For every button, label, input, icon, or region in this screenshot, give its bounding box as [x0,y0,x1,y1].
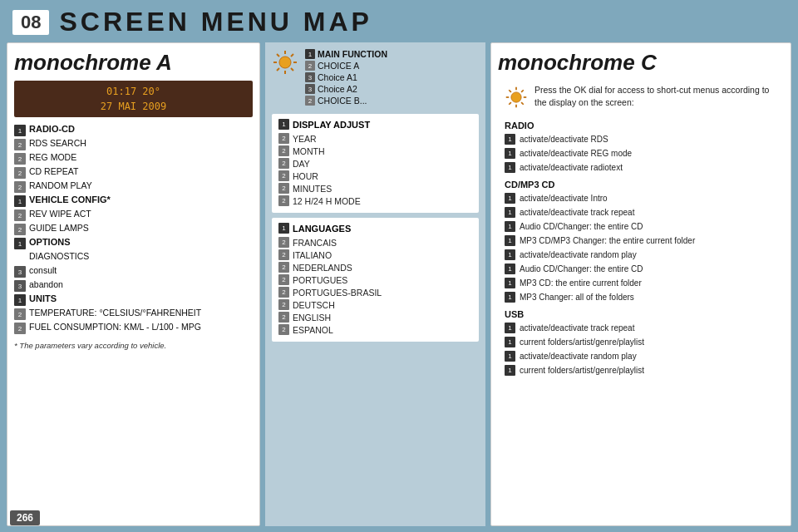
sun-icon [272,49,298,77]
badge: 2 [14,167,26,179]
item-label: ESPANOL [293,325,333,335]
item-label: activate/deactivate REG mode [520,149,632,158]
item-label: VEHICLE CONFIG* [29,195,111,204]
badge: 2 [14,181,26,193]
list-item: DIAGNOSTICS [14,251,253,264]
badge: 1 [278,119,289,130]
list-item: 2DAY [278,158,472,169]
badge: 2 [278,299,289,310]
list-item: 1 activate/deactivate random play [498,349,784,363]
section-title: DISPLAY ADJUST [293,120,370,130]
item-label: activate/deactivate track repeat [520,323,634,332]
badge: 1 [505,278,515,288]
list-item: 2PORTUGUES-BRASIL [278,287,472,298]
item-label: activate/deactivate track repeat [520,208,634,217]
svg-point-9 [511,92,521,102]
svg-line-5 [277,54,279,57]
list-item: 1 activate/deactivate random play [498,248,784,262]
badge: 1 [505,162,515,173]
badge: 1 [505,249,515,260]
badge: 1 [505,351,515,362]
list-item: 2FRANCAIS [278,237,472,248]
list-item: 1 MP3 CD: the entire current folder [498,276,784,290]
section-title: LANGUAGES [293,224,351,234]
list-item: 1 activate/deactivate radiotext [498,160,784,175]
list-item: 212 H/24 H MODE [278,195,472,206]
item-label: FRANCAIS [293,238,337,248]
item-label: YEAR [293,134,317,144]
badge: 2 [278,274,289,285]
item-label: CD REPEAT [29,166,78,176]
list-item: 2 FUEL CONSUMPTION: KM/L - L/100 - MPG [14,322,253,334]
item-label: 12 H/24 H MODE [293,196,361,206]
list-item: 2 RANDOM PLAY [14,180,253,193]
item-label: OPTIONS [29,237,71,247]
item-label: GUIDE LAMPS [29,223,89,233]
list-item: 1 Audio CD/Changer: the entire CD [498,262,784,276]
list-item: 2YEAR [278,133,472,144]
badge: 1 [14,125,26,136]
item-label: RDS SEARCH [29,138,86,148]
svg-line-8 [277,68,279,71]
display-line2: 27 MAI 2009 [21,99,246,114]
svg-line-7 [291,54,293,57]
section-header: 1 DISPLAY ADJUST [278,119,472,130]
main-content: monochrome A 01:17 20° 27 MAI 2009 1 RAD… [0,42,798,532]
section-title: RADIO [498,119,784,132]
list-item: 2ITALIANO [278,249,472,260]
item-label: Audio CD/Changer: the entire CD [520,264,643,273]
badge: 3 [14,266,26,278]
badge: 1 [505,235,515,246]
item-label: activate/deactivate radiotext [520,163,623,172]
list-item: 2 REV WIPE ACT [14,209,253,221]
svg-line-16 [521,90,524,92]
item-label: current folders/artist/genre/playlist [520,337,644,347]
item-label: Audio CD/Changer: the entire CD [520,222,643,231]
badge: 2 [278,287,289,298]
item-label: current folders/artist/genre/playlist [520,366,644,375]
list-item: 2PORTUGUES [278,274,472,285]
item-label: DEUTSCH [293,300,335,310]
middle-header: 1 MAIN FUNCTION 2 CHOICE A 3 Choice A1 3… [272,49,479,106]
intro-text: Press the OK dial for access to short-cu… [534,84,777,108]
item-label: UNITS [29,293,57,303]
right-intro: Press the OK dial for access to short-cu… [498,81,784,114]
section-header: 1 LANGUAGES [278,223,472,234]
page-number: 266 [10,510,40,525]
list-item: 1 MP3 Changer: all of the folders [498,290,784,304]
item-label: REV WIPE ACT [29,209,91,219]
badge: 2 [14,308,26,320]
badge: 1 [505,365,515,376]
item-label: NEDERLANDS [293,263,352,273]
item-label: DIAGNOSTICS [29,251,89,261]
right-panel: monochrome C Press the OK dial for acces… [490,42,791,526]
left-panel: monochrome A 01:17 20° 27 MAI 2009 1 RAD… [7,42,260,526]
left-panel-title: monochrome A [14,50,253,76]
list-item: 1 OPTIONS [14,237,253,249]
list-item: 3 abandon [14,279,253,292]
section-title: USB [498,308,784,321]
list-item: 1 current folders/artist/genre/playlist [498,363,784,377]
cdmp3-section: CD/MP3 CD 1 activate/deactivate Intro 1 … [498,178,784,304]
svg-line-14 [509,90,511,92]
badge: 2 [278,237,289,248]
badge: 1 [505,221,515,232]
badge: 2 [278,312,289,323]
list-item: 1 current folders/artist/genre/playlist [498,335,784,349]
list-item: 2 GUIDE LAMPS [14,223,253,235]
badge: 1 [278,223,289,234]
item-label: PORTUGUES [293,275,347,285]
list-item: 2ESPANOL [278,324,472,335]
item-label: MP3 CD: the entire current folder [520,278,642,288]
section-title: CD/MP3 CD [498,178,784,191]
middle-panel: 1 MAIN FUNCTION 2 CHOICE A 3 Choice A1 3… [265,42,485,526]
badge: 2 [278,170,289,181]
list-item: 1 UNITS [14,293,253,306]
badge: 1 [505,292,515,303]
list-item: 1 Audio CD/Changer: the entire CD [498,219,784,234]
item-label: ENGLISH [293,313,331,323]
item-label: activate/deactivate random play [520,250,637,259]
list-item: 2NEDERLANDS [278,262,472,273]
item-label: MONTH [293,146,325,156]
list-item: 1 activate/deactivate RDS [498,132,784,146]
